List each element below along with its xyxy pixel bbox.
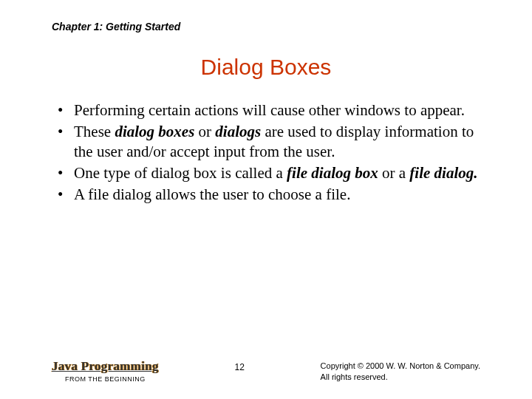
book-subtitle: FROM THE BEGINNING (52, 375, 159, 383)
book-title: Java Programming (52, 359, 159, 374)
bullet-text: or a (378, 164, 410, 182)
bullet-list: Performing certain actions will cause ot… (52, 100, 480, 204)
bullet-item: One type of dialog box is called a file … (58, 163, 480, 183)
bullet-text: Performing certain actions will cause ot… (74, 101, 465, 119)
bullet-text: One type of dialog box is called a (74, 164, 287, 182)
copyright: Copyright © 2000 W. W. Norton & Company.… (321, 359, 480, 383)
term: file dialog. (409, 164, 477, 182)
term: file dialog box (287, 164, 378, 182)
bullet-item: These dialog boxes or dialogs are used t… (58, 122, 480, 162)
bullet-text: A file dialog allows the user to choose … (74, 185, 350, 203)
bullet-text: These (74, 123, 115, 140)
slide-title: Dialog Boxes (52, 55, 480, 80)
bullet-item: A file dialog allows the user to choose … (58, 185, 480, 205)
page-number: 12 (234, 359, 244, 372)
footer: Java Programming FROM THE BEGINNING 12 C… (0, 359, 532, 383)
footer-left: Java Programming FROM THE BEGINNING (52, 359, 159, 383)
term: dialog boxes (115, 123, 194, 140)
slide: Chapter 1: Getting Started Dialog Boxes … (0, 0, 532, 204)
copyright-line: All rights reserved. (321, 372, 480, 383)
bullet-text: or (194, 123, 215, 140)
chapter-heading: Chapter 1: Getting Started (52, 21, 480, 33)
copyright-line: Copyright © 2000 W. W. Norton & Company. (321, 361, 480, 372)
term: dialogs (215, 123, 261, 140)
bullet-item: Performing certain actions will cause ot… (58, 100, 480, 120)
